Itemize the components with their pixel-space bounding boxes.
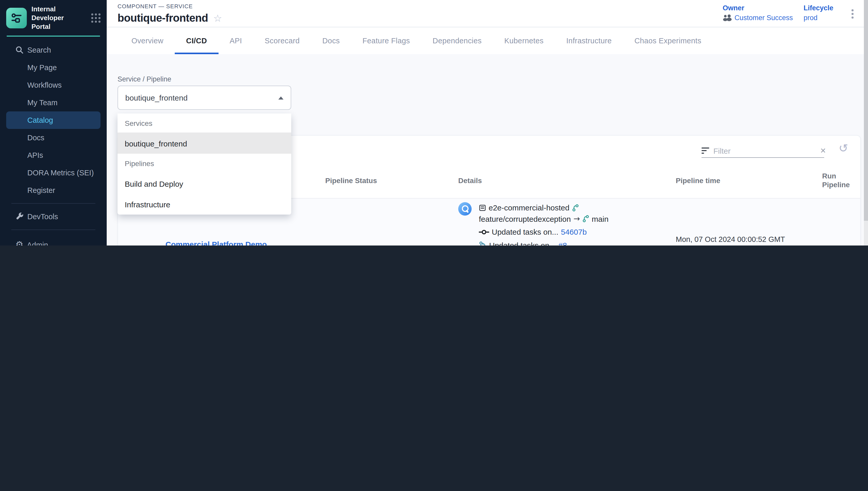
sidebar-item-search[interactable]: Search (0, 41, 107, 59)
sidebar-item-my-team[interactable]: My Team (0, 94, 107, 111)
branch-from: feature/corruptedexception (479, 213, 571, 224)
repo-name: e2e-commercial-hosted (489, 202, 569, 213)
branch-to: main (592, 213, 609, 224)
lifecycle-value[interactable]: prod (804, 14, 834, 22)
ci-stage-icon (458, 202, 472, 215)
lifecycle-label: Lifecycle (804, 4, 834, 12)
git-branch-icon (583, 215, 589, 223)
people-icon (723, 15, 732, 21)
sidebar-item-label: Search (27, 46, 51, 54)
rerun-pipeline-icon[interactable]: ↺ (826, 244, 836, 246)
filter-field: ✕ (702, 144, 824, 158)
status-text: Failed (337, 245, 358, 246)
sidebar-divider (11, 203, 95, 203)
owner-label: Owner (723, 4, 793, 12)
dropdown-option-build-and-deploy[interactable]: Build and Deploy (118, 173, 291, 194)
sidebar-item-catalog[interactable]: Catalog (6, 111, 100, 129)
sidebar-divider (11, 229, 95, 230)
pipeline-select[interactable]: boutique_frontend (118, 86, 291, 110)
pipeline-name-link[interactable]: Commercial Platform Demo (165, 239, 310, 246)
breadcrumb: COMPONENT — SERVICE (118, 3, 193, 9)
git-commit-icon (479, 229, 489, 235)
sidebar-item-workflows[interactable]: Workflows (0, 76, 107, 94)
dropdown-group-services: Services (118, 113, 291, 133)
sidebar-item-my-page[interactable]: My Page (0, 59, 107, 76)
commit-text: Updated tasks on... (492, 226, 558, 237)
dropdown-option-boutique-frontend[interactable]: boutique_frontend (118, 133, 291, 154)
filter-funnel-icon (702, 147, 709, 154)
pull-request-icon (479, 241, 487, 246)
git-branch-icon (572, 204, 579, 211)
refresh-icon[interactable]: ↺ (839, 143, 848, 154)
vertical-scrollbar[interactable] (864, 0, 868, 246)
wrench-icon (16, 212, 24, 221)
sidebar-item-register[interactable]: Register (0, 181, 107, 199)
page-header: COMPONENT — SERVICE boutique-frontend ☆ … (107, 0, 868, 27)
tab-feature-flags[interactable]: Feature Flags (351, 27, 421, 54)
app-grid-icon[interactable] (91, 14, 100, 23)
tab-scorecard[interactable]: Scorecard (253, 27, 311, 54)
col-pipeline-status: Pipeline Status (310, 176, 444, 184)
tab-docs[interactable]: Docs (311, 27, 351, 54)
pipeline-select-dropdown: Services boutique_frontend Pipelines Bui… (118, 113, 291, 214)
main-area: COMPONENT — SERVICE boutique-frontend ☆ … (107, 0, 868, 246)
tab-kubernetes[interactable]: Kubernetes (493, 27, 555, 54)
app-title: Internal Developer Portal (31, 5, 81, 31)
sidebar: Internal Developer Portal Search My Page… (0, 0, 107, 246)
search-icon (16, 46, 24, 54)
pr-link[interactable]: #8 (558, 239, 567, 246)
content-area: Service / Pipeline boutique_frontend Ser… (107, 54, 864, 246)
sidebar-item-docs[interactable]: Docs (0, 129, 107, 146)
page-title: boutique-frontend (118, 12, 208, 24)
clear-filter-icon[interactable]: ✕ (820, 146, 827, 155)
tab-overview[interactable]: Overview (120, 27, 175, 54)
caret-up-icon (278, 96, 283, 99)
tab-infrastructure[interactable]: Infrastructure (555, 27, 623, 54)
time-date: Mon, 07 Oct 2024 00:00:52 GMT (676, 235, 815, 244)
col-pipeline-time: Pipeline time (665, 176, 815, 184)
sidebar-accent-divider (7, 35, 100, 36)
commit-link[interactable]: 54607b (561, 226, 587, 237)
gear-icon: ⚙ (16, 240, 24, 246)
tab-cicd[interactable]: CI/CD (175, 27, 218, 54)
sidebar-item-label: DevTools (27, 212, 58, 221)
tab-bar: Overview CI/CD API Scorecard Docs Featur… (107, 27, 864, 54)
col-details: Details (444, 176, 665, 184)
sidebar-item-dora-metrics[interactable]: DORA Metrics (SEI) (0, 164, 107, 181)
app-window: Internal Developer Portal Search My Page… (0, 0, 868, 246)
filter-input[interactable] (713, 146, 816, 155)
sidebar-item-devtools[interactable]: DevTools (0, 208, 107, 225)
pipeline-time-cell: Mon, 07 Oct 2024 00:00:52 GMT run a day … (665, 199, 815, 246)
owner-value: Customer Success (735, 14, 793, 22)
repository-icon (479, 204, 486, 211)
app-logo-icon (6, 8, 27, 29)
tab-chaos-experiments[interactable]: Chaos Experiments (623, 27, 713, 54)
tab-dependencies[interactable]: Dependencies (422, 27, 493, 54)
pipeline-select-label: Service / Pipeline (118, 75, 172, 83)
col-run-pipeline: Run Pipeline (815, 172, 855, 189)
scrollbar-thumb[interactable] (864, 0, 868, 221)
sidebar-item-apis[interactable]: APIs (0, 146, 107, 164)
arrow-right-icon: → (574, 213, 580, 224)
dropdown-group-pipelines: Pipelines (118, 154, 291, 173)
pipeline-select-value: boutique_frontend (125, 93, 188, 102)
tab-api[interactable]: API (218, 27, 253, 54)
sidebar-item-admin[interactable]: ⚙ Admin (0, 236, 107, 246)
dropdown-option-infrastructure[interactable]: Infrastructure (118, 194, 291, 214)
star-favorite-icon[interactable]: ☆ (213, 13, 222, 23)
sidebar-item-label: Admin (27, 240, 48, 246)
owner-link[interactable]: Customer Success (723, 14, 793, 22)
status-cell: Failed (310, 199, 444, 246)
time-ago: run a day ago (676, 244, 815, 246)
kebab-menu-icon[interactable] (849, 7, 856, 20)
pr-text: Updated tasks on... (489, 239, 556, 246)
